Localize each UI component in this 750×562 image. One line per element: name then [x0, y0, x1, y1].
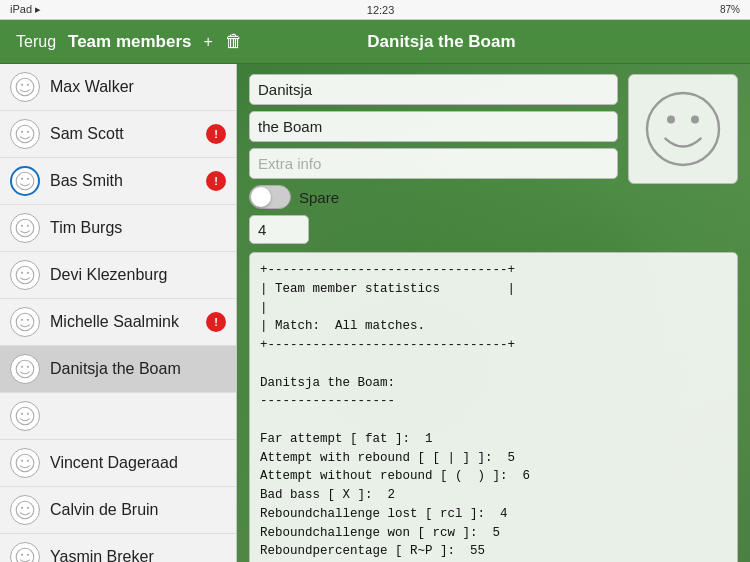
avatar — [10, 119, 40, 149]
badge-red: ! — [206, 171, 226, 191]
list-item[interactable]: Max Walker — [0, 64, 236, 111]
item-name: Vincent Dageraad — [50, 454, 226, 472]
main-layout: Max WalkerSam Scott!Bas Smith!Tim BurgsD… — [0, 64, 750, 562]
sidebar[interactable]: Max WalkerSam Scott!Bas Smith!Tim BurgsD… — [0, 64, 237, 562]
svg-point-9 — [16, 219, 34, 237]
svg-point-16 — [21, 319, 23, 321]
svg-point-1 — [21, 84, 23, 86]
item-name: Yasmin Breker — [50, 548, 226, 562]
svg-point-15 — [16, 313, 34, 331]
status-bar: iPad ▸ 12:23 87% — [0, 0, 750, 20]
badge-red: ! — [206, 312, 226, 332]
svg-point-6 — [16, 172, 34, 190]
list-item[interactable]: Danitsja the Boam — [0, 346, 236, 393]
avatar — [10, 401, 40, 431]
item-name: Michelle Saalmink — [50, 313, 206, 331]
nav-bar: Terug Team members + 🗑 Danitsja the Boam — [0, 20, 750, 64]
toggle-knob — [251, 187, 271, 207]
status-right: 87% — [720, 4, 740, 15]
svg-point-40 — [667, 115, 675, 123]
svg-point-13 — [21, 272, 23, 274]
svg-point-23 — [27, 413, 29, 415]
svg-point-27 — [16, 501, 34, 519]
item-name: Max Walker — [50, 78, 226, 96]
item-name: Tim Burgs — [50, 219, 226, 237]
spare-label: Spare — [299, 189, 339, 206]
svg-point-31 — [21, 554, 23, 556]
svg-point-26 — [27, 460, 29, 462]
smiley-icon — [643, 89, 723, 169]
first-name-input[interactable] — [249, 74, 618, 105]
svg-point-30 — [16, 548, 34, 562]
svg-point-10 — [21, 225, 23, 227]
list-item[interactable]: Michelle Saalmink! — [0, 299, 236, 346]
delete-button[interactable]: 🗑 — [225, 31, 243, 52]
nav-detail-title: Danitsja the Boam — [243, 32, 640, 52]
avatar — [10, 542, 40, 562]
ipad-label: iPad ▸ — [10, 3, 41, 16]
stats-box: +--------------------------------+ | Tea… — [249, 252, 738, 562]
status-left: iPad ▸ — [10, 3, 41, 16]
inputs-col: Spare — [249, 74, 618, 244]
svg-point-5 — [27, 131, 29, 133]
nav-left: Terug Team members + 🗑 — [10, 29, 243, 55]
svg-point-17 — [27, 319, 29, 321]
top-row: Spare — [249, 74, 738, 244]
svg-point-7 — [21, 178, 23, 180]
svg-point-24 — [16, 454, 34, 472]
svg-point-11 — [27, 225, 29, 227]
svg-point-20 — [27, 366, 29, 368]
svg-point-25 — [21, 460, 23, 462]
nav-section-title: Team members — [68, 32, 191, 52]
list-item[interactable]: Sam Scott! — [0, 111, 236, 158]
avatar — [10, 260, 40, 290]
svg-point-22 — [21, 413, 23, 415]
spare-row: Spare — [249, 185, 618, 209]
list-item[interactable]: Tim Burgs — [0, 205, 236, 252]
battery-label: 87% — [720, 4, 740, 15]
svg-point-29 — [27, 507, 29, 509]
svg-point-19 — [21, 366, 23, 368]
item-name: Devi Klezenburg — [50, 266, 226, 284]
list-item[interactable]: Bas Smith! — [0, 158, 236, 205]
extra-info-input[interactable] — [249, 148, 618, 179]
badge-red: ! — [206, 124, 226, 144]
svg-point-18 — [16, 360, 34, 378]
svg-point-8 — [27, 178, 29, 180]
svg-point-4 — [21, 131, 23, 133]
item-name: Calvin de Bruin — [50, 501, 226, 519]
item-name: Sam Scott — [50, 125, 206, 143]
avatar — [10, 495, 40, 525]
svg-point-0 — [16, 78, 34, 96]
svg-point-21 — [16, 407, 34, 425]
item-name: Bas Smith — [50, 172, 206, 190]
list-item[interactable] — [0, 393, 236, 440]
svg-point-41 — [691, 115, 699, 123]
player-avatar — [628, 74, 738, 184]
last-name-input[interactable] — [249, 111, 618, 142]
svg-point-12 — [16, 266, 34, 284]
status-time: 12:23 — [367, 4, 395, 16]
list-item[interactable]: Yasmin Breker — [0, 534, 236, 562]
list-item[interactable]: Calvin de Bruin — [0, 487, 236, 534]
avatar — [10, 72, 40, 102]
svg-point-28 — [21, 507, 23, 509]
avatar — [10, 448, 40, 478]
svg-point-32 — [27, 554, 29, 556]
svg-point-2 — [27, 84, 29, 86]
svg-point-3 — [16, 125, 34, 143]
avatar — [10, 166, 40, 196]
svg-point-14 — [27, 272, 29, 274]
back-button[interactable]: Terug — [10, 29, 62, 55]
spare-toggle[interactable] — [249, 185, 291, 209]
number-input[interactable] — [249, 215, 309, 244]
list-item[interactable]: Vincent Dageraad — [0, 440, 236, 487]
svg-point-39 — [647, 93, 719, 165]
right-panel: Spare +--------------------------------+… — [237, 64, 750, 562]
right-content: Spare +--------------------------------+… — [237, 64, 750, 562]
item-name: Danitsja the Boam — [50, 360, 226, 378]
list-item[interactable]: Devi Klezenburg — [0, 252, 236, 299]
add-button[interactable]: + — [198, 29, 219, 55]
avatar — [10, 354, 40, 384]
avatar — [10, 213, 40, 243]
